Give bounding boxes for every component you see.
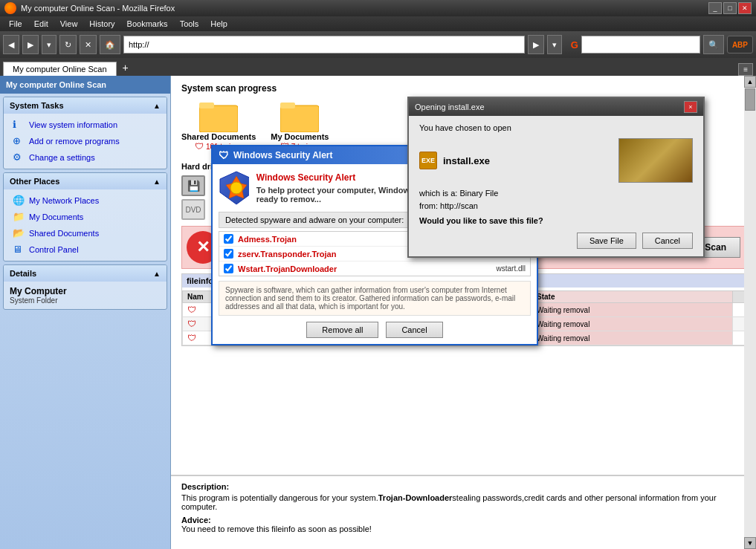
open-dialog-buttons: Save File Cancel [419,233,693,249]
spy-check-2[interactable] [224,264,233,273]
menu-history[interactable]: History [83,18,120,30]
refresh-button[interactable]: ↻ [59,35,77,54]
details-name: My Computer [10,286,161,296]
threat-icon-3: 🛡 [187,333,196,343]
sidebar-item-network-label: My Network Places [29,196,99,205]
sidebar-item-control-label: Control Panel [29,245,79,254]
my-docs-folder[interactable]: My Documents 🛡 7 trojans [271,100,329,152]
network-icon: 🌐 [13,195,25,207]
forward-button[interactable]: ▶ [22,35,39,54]
other-places-header[interactable]: Other Places ▲ [4,173,167,189]
advice-text: Advice: You need to remove this fileinfo… [181,516,746,533]
sidebar-item-settings-label: Change a settings [29,153,95,162]
wsa-buttons: Remove all Cancel [219,322,531,338]
svg-rect-0 [199,105,238,132]
threat-icon-1: 🛡 [187,305,196,315]
system-tasks-collapse[interactable]: ▲ [153,102,161,110]
open-cancel-button[interactable]: Cancel [642,233,693,249]
sidebar-item-network[interactable]: 🌐 My Network Places [4,192,167,209]
sidebar-item-shared-label: Shared Documents [29,229,99,238]
folder-icon-docs [280,100,319,132]
menu-bar: File Edit View History Bookmarks Tools H… [0,16,756,31]
window-controls: _ □ ✕ [708,2,752,14]
menu-view[interactable]: View [54,18,84,30]
add-icon: ⊕ [13,135,25,147]
system-tasks-section: System Tasks ▲ ℹ View system information… [3,97,167,169]
open-dialog-close-button[interactable]: × [684,101,697,113]
scroll-thumb[interactable] [745,88,755,111]
menu-file[interactable]: File [3,18,28,30]
sidebar-item-docs-label: My Documents [29,212,83,221]
close-button[interactable]: ✕ [738,2,752,14]
sidebar-item-change-settings[interactable]: ⚙ Change a settings [4,149,167,166]
folder-svg-shared [199,100,238,132]
open-question: Would you like to save this file? [419,216,693,225]
desc-bold: Trojan-Downloader [378,493,453,502]
menu-bookmarks[interactable]: Bookmarks [121,18,174,30]
shared-docs-folder[interactable]: Shared Documents 🛡 101 trojans [181,100,256,152]
wsa-cancel-button[interactable]: Cancel [386,322,442,338]
sidebar-item-add-remove[interactable]: ⊕ Add or remove programs [4,133,167,149]
home-button[interactable]: 🏠 [100,35,120,54]
scroll-down-button[interactable]: ▼ [744,537,756,549]
svg-rect-2 [280,105,319,132]
forward-dropdown[interactable]: ▾ [42,35,56,54]
other-places-collapse[interactable]: ▲ [153,178,161,186]
maximize-button[interactable]: □ [723,2,737,14]
search-input[interactable] [581,36,700,53]
sidebar-item-view-system[interactable]: ℹ View system information [4,117,167,133]
tab-options-button[interactable]: ≡ [738,63,753,76]
details-header[interactable]: Details ▲ [4,265,167,282]
address-bar[interactable] [123,36,525,53]
stop-button[interactable]: ✕ [80,35,97,54]
sidebar-item-control-panel[interactable]: 🖥 Control Panel [4,241,167,258]
dvd-symbol: DVD [185,206,201,214]
sidebar-item-my-documents[interactable]: 📁 My Documents [4,209,167,225]
other-places-label: Other Places [10,177,59,186]
nav-dropdown[interactable]: ▾ [547,35,562,54]
details-section: Details ▲ My Computer System Folder [3,264,167,310]
abp-button[interactable]: ABP [727,36,753,53]
row3-state: Waiting removal [532,331,733,345]
docs-icon: 📁 [13,211,25,223]
go-button[interactable]: ▶ [528,35,544,54]
spy-name-2: Wstart.TrojanDownloader [238,264,497,273]
row1-scroll [733,303,745,317]
row3-scroll [733,331,745,345]
save-file-button[interactable]: Save File [577,233,636,249]
spyware-label-text: Detected spyware and adware on your comp… [225,215,404,224]
menu-help[interactable]: Help [204,18,233,30]
scroll-up-button[interactable]: ▲ [744,76,756,88]
search-button[interactable]: 🔍 [703,35,724,54]
browser-icon [4,2,16,14]
menu-edit[interactable]: Edit [28,18,54,30]
spy-check-0[interactable] [224,234,233,244]
details-collapse[interactable]: ▲ [153,270,161,278]
minimize-button[interactable]: _ [708,2,722,14]
scroll-track[interactable] [744,88,756,537]
menu-tools[interactable]: Tools [174,18,205,30]
advice-content: You need to remove this fileinfo as soon… [181,524,372,533]
folder-svg-docs [280,100,319,132]
title-bar: My computer Online Scan - Mozilla Firefo… [0,0,756,16]
col-scrollbar [733,291,745,303]
tab-main[interactable]: My computer Online Scan [3,62,117,76]
open-dialog-title: Opening install.exe [415,103,485,111]
fileinfo-label: fileinfo [187,276,213,285]
wsa-title-label: Windows Security Alert [233,150,332,160]
shared-shield-icon: 🛡 [195,141,204,152]
new-tab-button[interactable]: + [117,59,135,76]
system-tasks-header[interactable]: System Tasks ▲ [4,97,167,114]
system-tasks-content: ℹ View system information ⊕ Add or remov… [4,114,167,169]
sidebar-item-shared-documents[interactable]: 📂 Shared Documents [4,225,167,241]
folder-icon-shared [199,100,238,132]
open-from-label: from: http://scan [419,200,693,212]
dvd-icon: DVD [181,199,205,220]
remove-all-button[interactable]: Remove all [306,322,378,338]
spy-file-2: wstart.dll [497,264,526,273]
open-dialog-body: You have chosen to open EXE install.exe … [409,116,703,256]
back-button[interactable]: ◀ [3,35,19,54]
other-places-section: Other Places ▲ 🌐 My Network Places 📁 My … [3,172,167,261]
spy-check-1[interactable] [224,249,233,259]
shared-docs-label: Shared Documents [181,132,256,141]
